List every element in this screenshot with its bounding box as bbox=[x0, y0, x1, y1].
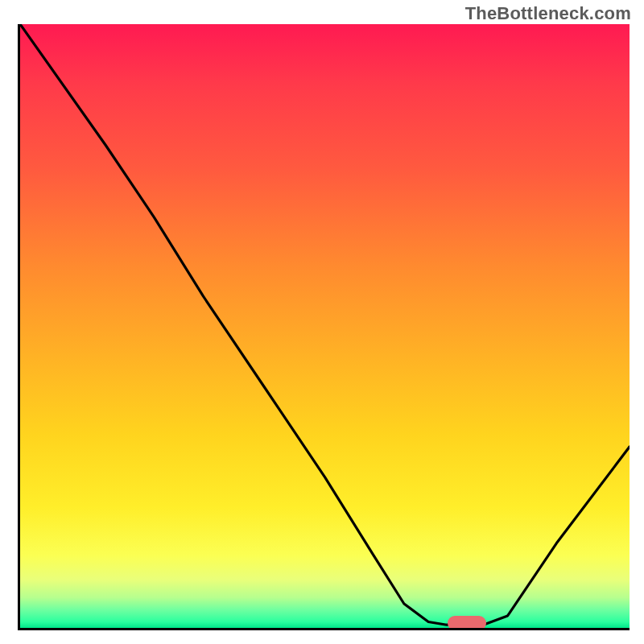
chart-container: TheBottleneck.com bbox=[0, 0, 644, 644]
curve-path bbox=[20, 24, 630, 625]
curve-svg bbox=[20, 24, 630, 628]
watermark-label: TheBottleneck.com bbox=[465, 3, 631, 24]
plot-area bbox=[18, 24, 630, 630]
highlight-pill bbox=[448, 616, 486, 630]
